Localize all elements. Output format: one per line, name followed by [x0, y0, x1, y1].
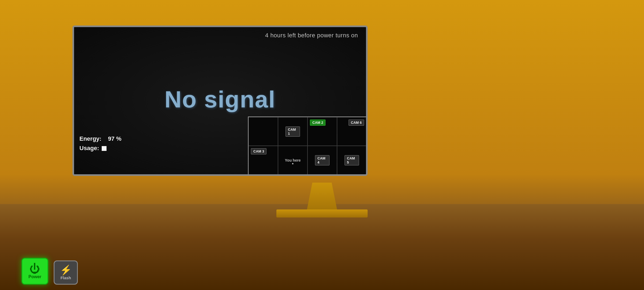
- you-here-dot: [292, 163, 294, 164]
- cam4-label[interactable]: CAM 4: [315, 155, 330, 165]
- cam3-label[interactable]: CAM 3: [251, 148, 266, 154]
- cam-cell-you-here: You here: [278, 146, 308, 175]
- cam-cell-cam2[interactable]: CAM 2: [308, 117, 337, 146]
- cam-cell-cam3[interactable]: CAM 3: [248, 146, 278, 175]
- cam5-label[interactable]: CAM 5: [345, 155, 359, 165]
- energy-label: Energy:: [79, 135, 101, 142]
- controls-panel: ⏻ Power ⚡ Flash: [21, 258, 78, 285]
- cam-cell-cam6[interactable]: CAM 6: [337, 117, 367, 146]
- no-signal-text: No signal: [164, 86, 276, 113]
- usage-block: [102, 146, 107, 151]
- monitor: 4 hours left before power turns on No si…: [72, 26, 368, 176]
- you-here-label: You here: [285, 158, 301, 162]
- flash-icon: ⚡: [60, 265, 72, 275]
- cam6-label[interactable]: CAM 6: [349, 119, 364, 126]
- cam-cell-cam5[interactable]: CAM 5: [337, 146, 367, 175]
- flash-button[interactable]: ⚡ Flash: [54, 260, 78, 285]
- flash-button-label: Flash: [60, 276, 71, 280]
- monitor-screen: 4 hours left before power turns on No si…: [74, 27, 366, 174]
- power-icon: ⏻: [30, 263, 40, 274]
- energy-value: 97 %: [108, 135, 121, 142]
- cam-cell-cam1[interactable]: CAM 1: [278, 117, 308, 146]
- camera-map: CAM 1 CAM 2 CAM 6 CAM 3 You here: [248, 117, 366, 174]
- timer-text: 4 hours left before power turns on: [265, 32, 358, 39]
- cam1-label[interactable]: CAM 1: [286, 126, 300, 137]
- power-button-label: Power: [28, 274, 41, 279]
- cam-cell-cam4[interactable]: CAM 4: [308, 146, 337, 175]
- energy-info: Energy: 97 % Usage:: [79, 134, 122, 153]
- monitor-stand-base: [276, 209, 368, 218]
- cam2-label[interactable]: CAM 2: [310, 119, 325, 126]
- cam-cell-empty-topleft: [248, 117, 278, 146]
- power-button[interactable]: ⏻ Power: [21, 258, 48, 285]
- usage-label: Usage:: [79, 145, 99, 151]
